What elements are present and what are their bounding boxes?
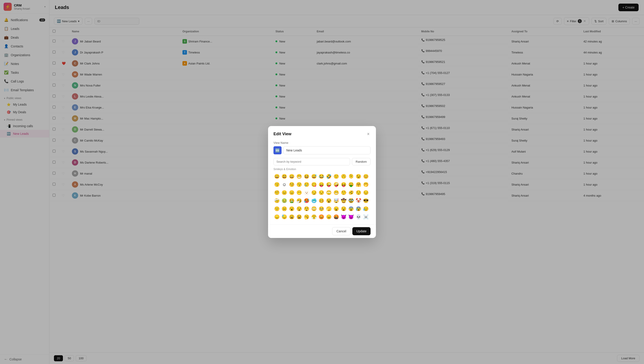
modal-footer: Cancel Update (268, 224, 376, 238)
emoji-item[interactable]: 🤑 (348, 181, 354, 188)
emoji-item[interactable]: 🤧 (296, 197, 303, 204)
emoji-item[interactable]: 😩 (288, 213, 295, 221)
emoji-item[interactable]: 🙃 (340, 172, 347, 180)
emoji-item[interactable]: 😒 (318, 189, 325, 196)
emoji-item[interactable]: 🤠 (340, 197, 347, 204)
emoji-item[interactable]: 😑 (288, 189, 295, 196)
emoji-item[interactable]: ☹️ (281, 205, 288, 212)
emoji-item[interactable]: 😶 (296, 189, 303, 196)
emoji-item[interactable]: 😨 (348, 205, 354, 212)
emoji-item[interactable]: 😀 (274, 172, 280, 180)
emoji-item[interactable]: 😧 (340, 205, 347, 212)
emoji-item[interactable]: 😫 (296, 213, 303, 221)
emoji-item[interactable]: 🤪 (333, 181, 340, 188)
emoji-item[interactable]: 😢 (370, 205, 370, 212)
emoji-item[interactable]: 💩 (370, 213, 370, 221)
emoji-item[interactable]: 🤬 (333, 213, 340, 221)
emoji-item[interactable]: 🤡 (355, 197, 362, 204)
emoji-item[interactable]: 😪 (370, 189, 370, 196)
emoji-item[interactable]: 😙 (296, 181, 303, 188)
emoji-item[interactable]: 😞 (274, 213, 280, 221)
emoji-search-row: Random (274, 158, 370, 165)
emoji-item[interactable]: 😇 (370, 172, 370, 180)
emoji-item[interactable]: 😦 (333, 205, 340, 212)
emoji-item[interactable]: 🥱 (303, 213, 310, 221)
emoji-item[interactable]: 😎 (362, 197, 370, 204)
emoji-item[interactable]: 🤢 (281, 197, 288, 204)
emoji-item[interactable]: 😃 (281, 172, 288, 180)
emoji-item[interactable]: 🤕 (274, 197, 280, 204)
emoji-item[interactable]: 🤮 (288, 197, 295, 204)
modal-overlay[interactable]: Edit View × View Name 🆕 Random Smileys &… (0, 0, 644, 364)
emoji-item[interactable]: 😔 (362, 189, 370, 196)
view-name-row: 🆕 (274, 146, 370, 154)
emoji-item[interactable]: 😅 (310, 172, 318, 180)
emoji-item[interactable]: 😥 (362, 205, 370, 212)
modal-header: Edit View × (268, 126, 376, 141)
emoji-item[interactable]: 👿 (348, 213, 354, 221)
emoji-item[interactable]: 😋 (310, 181, 318, 188)
emoji-item[interactable]: 😤 (310, 213, 318, 221)
emoji-item[interactable]: 😬 (333, 189, 340, 196)
emoji-item[interactable]: 🙁 (274, 205, 280, 212)
emoji-item[interactable]: 😵 (325, 197, 332, 204)
emoji-item[interactable]: 🙂 (333, 172, 340, 180)
emoji-item[interactable]: 💀 (355, 213, 362, 221)
emoji-item[interactable]: ☺️ (281, 181, 288, 188)
emoji-item[interactable]: 🤣 (325, 172, 332, 180)
emoji-item[interactable]: 🥶 (310, 197, 318, 204)
emoji-item[interactable]: 🥴 (318, 197, 325, 204)
view-name-icon[interactable]: 🆕 (274, 146, 282, 154)
emoji-item[interactable]: 😌 (355, 189, 362, 196)
emoji-item[interactable]: 😁 (296, 172, 303, 180)
emoji-item[interactable]: 😛 (318, 181, 325, 188)
emoji-item[interactable]: 🫥 (303, 189, 310, 196)
emoji-item[interactable]: 😓 (281, 213, 288, 221)
emoji-item[interactable]: 😝 (340, 181, 347, 188)
emoji-item[interactable]: 🥲 (303, 181, 310, 188)
emoji-item[interactable]: 😉 (355, 172, 362, 180)
emoji-item[interactable]: 😮 (288, 205, 295, 212)
emoji-item[interactable]: 🫨 (348, 189, 354, 196)
emoji-item[interactable]: 😏 (310, 189, 318, 196)
emoji-item[interactable]: 😠 (325, 213, 332, 221)
emoji-item[interactable]: 😚 (288, 181, 295, 188)
emoji-item[interactable]: 🤗 (355, 181, 362, 188)
emoji-item[interactable]: 🥵 (303, 197, 310, 204)
modal-close-button[interactable]: × (366, 130, 370, 138)
emoji-item[interactable]: 😯 (296, 205, 303, 212)
emoji-item[interactable]: 😄 (288, 172, 295, 180)
update-button[interactable]: Update (352, 227, 370, 235)
view-name-input[interactable] (283, 146, 370, 154)
emoji-item[interactable]: 😈 (340, 213, 347, 221)
emoji-item[interactable]: 😊 (362, 172, 370, 180)
emoji-item[interactable]: 😳 (310, 205, 318, 212)
modal-body: View Name 🆕 Random Smileys & Emotion 😀😃😄… (268, 141, 376, 224)
emoji-item[interactable]: 😆 (303, 172, 310, 180)
emoji-grid: 😀😃😄😁😆😅😂🤣🙂🙃🫠😉😊😇🥰😍🤩😘😗☺️😚😙🥲😋😛😜🤪😝🤑🤗🤭🫡🤫🤔🫢🤐🤨😐😑… (274, 172, 370, 221)
emoji-item[interactable]: 😗 (274, 181, 280, 188)
emoji-item[interactable]: 🤭 (362, 181, 370, 188)
emoji-item[interactable]: 🫣 (325, 205, 332, 212)
emoji-item[interactable]: 😐 (281, 189, 288, 196)
emoji-item[interactable]: 🤨 (274, 189, 280, 196)
emoji-item[interactable]: 🤓 (370, 197, 370, 204)
emoji-item[interactable]: 🥺 (318, 205, 325, 212)
emoji-item[interactable]: 🤯 (333, 197, 340, 204)
emoji-item[interactable]: 🙄 (325, 189, 332, 196)
emoji-item[interactable]: 😲 (303, 205, 310, 212)
emoji-item[interactable]: 😂 (318, 172, 325, 180)
cancel-button[interactable]: Cancel (332, 227, 350, 235)
modal-title: Edit View (274, 132, 292, 136)
edit-view-modal: Edit View × View Name 🆕 Random Smileys &… (268, 126, 376, 238)
emoji-item[interactable]: 😜 (325, 181, 332, 188)
emoji-item[interactable]: 😡 (318, 213, 325, 221)
emoji-item[interactable]: ☠️ (362, 213, 370, 221)
emoji-search-input[interactable] (274, 158, 350, 165)
emoji-item[interactable]: 🥸 (348, 197, 354, 204)
emoji-item[interactable]: 😰 (355, 205, 362, 212)
random-button[interactable]: Random (352, 158, 370, 165)
emoji-item[interactable]: 🫠 (348, 172, 354, 180)
emoji-item[interactable]: 🫡 (370, 181, 370, 188)
emoji-item[interactable]: 🤥 (340, 189, 347, 196)
